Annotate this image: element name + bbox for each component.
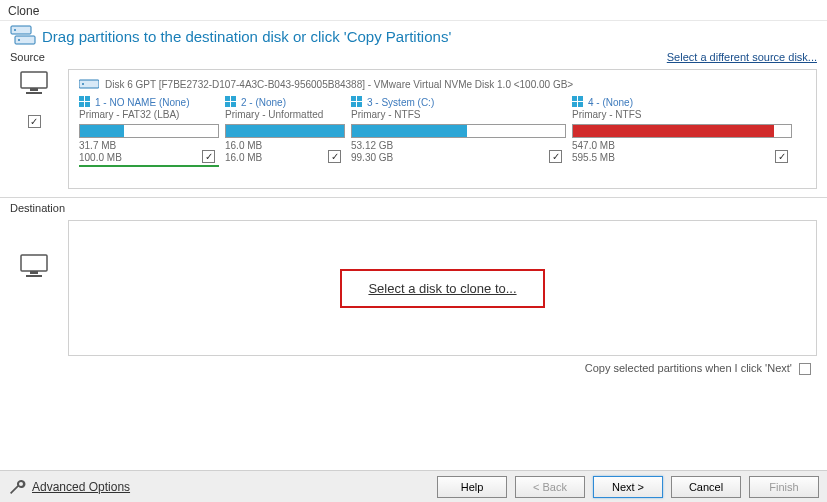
svg-rect-22 bbox=[578, 96, 583, 101]
partition-subtitle: Primary - NTFS bbox=[572, 109, 792, 120]
select-destination-link[interactable]: Select a disk to clone to... bbox=[368, 281, 516, 296]
advanced-options-link[interactable]: Advanced Options bbox=[32, 480, 130, 494]
svg-rect-5 bbox=[30, 88, 38, 91]
select-destination-cta-box: Select a disk to clone to... bbox=[340, 269, 544, 308]
partition-checkbox[interactable] bbox=[202, 150, 215, 163]
svg-rect-9 bbox=[79, 96, 84, 101]
partition-subtitle: Primary - FAT32 (LBA) bbox=[79, 109, 219, 120]
copy-on-next-row: Copy selected partitions when I click 'N… bbox=[0, 356, 827, 379]
source-select-checkbox[interactable] bbox=[28, 115, 41, 128]
finish-button[interactable]: Finish bbox=[749, 476, 819, 498]
svg-rect-27 bbox=[26, 275, 42, 277]
monitor-icon bbox=[20, 71, 48, 95]
svg-rect-25 bbox=[21, 255, 47, 271]
windows-icon bbox=[79, 96, 91, 108]
partition-usage-bar bbox=[225, 124, 345, 138]
monitor-icon-dest bbox=[20, 254, 48, 278]
footer-bar: Advanced Options Help < Back Next > Canc… bbox=[0, 470, 827, 502]
back-button[interactable]: < Back bbox=[515, 476, 585, 498]
source-label: Source bbox=[10, 51, 45, 63]
partition-header: 2 - (None) bbox=[225, 96, 345, 108]
svg-point-3 bbox=[18, 39, 20, 41]
svg-rect-18 bbox=[357, 96, 362, 101]
windows-icon bbox=[572, 96, 584, 108]
instruction-row: Drag partitions to the destination disk … bbox=[0, 21, 827, 49]
partition-sizes: 547.0 MB595.5 MB bbox=[572, 140, 792, 163]
partition-checkbox[interactable] bbox=[328, 150, 341, 163]
wrench-icon bbox=[8, 478, 26, 496]
svg-rect-14 bbox=[231, 96, 236, 101]
destination-section-header: Destination bbox=[0, 200, 827, 216]
partitions-row: 1 - NO NAME (None)Primary - FAT32 (LBA)3… bbox=[79, 96, 806, 167]
partition-checkbox[interactable] bbox=[775, 150, 788, 163]
partition-usage-bar bbox=[79, 124, 219, 138]
destination-panel: Select a disk to clone to... bbox=[68, 220, 817, 356]
divider bbox=[0, 197, 827, 198]
partition-usage-bar bbox=[572, 124, 792, 138]
svg-rect-6 bbox=[26, 92, 42, 94]
help-button[interactable]: Help bbox=[437, 476, 507, 498]
instruction-text: Drag partitions to the destination disk … bbox=[42, 28, 451, 45]
svg-rect-20 bbox=[357, 102, 362, 107]
svg-rect-19 bbox=[351, 102, 356, 107]
source-disk-header: Disk 6 GPT [F7BE2732-D107-4A3C-B043-9560… bbox=[79, 78, 806, 90]
destination-label: Destination bbox=[10, 202, 65, 214]
partition-subtitle: Primary - Unformatted bbox=[225, 109, 345, 120]
svg-rect-4 bbox=[21, 72, 47, 88]
source-disk-text: Disk 6 GPT [F7BE2732-D107-4A3C-B043-9560… bbox=[105, 79, 573, 90]
windows-icon bbox=[225, 96, 237, 108]
windows-icon bbox=[351, 96, 363, 108]
svg-rect-26 bbox=[30, 271, 38, 274]
partition-2[interactable]: 2 - (None)Primary - Unformatted16.0 MB16… bbox=[225, 96, 345, 167]
svg-rect-12 bbox=[85, 102, 90, 107]
svg-point-2 bbox=[14, 29, 16, 31]
svg-rect-11 bbox=[79, 102, 84, 107]
window-title: Clone bbox=[0, 0, 827, 21]
svg-rect-10 bbox=[85, 96, 90, 101]
partition-1[interactable]: 1 - NO NAME (None)Primary - FAT32 (LBA)3… bbox=[79, 96, 219, 167]
partition-subtitle: Primary - NTFS bbox=[351, 109, 566, 120]
cancel-button[interactable]: Cancel bbox=[671, 476, 741, 498]
drive-icon bbox=[10, 25, 36, 47]
partition-title: 2 - (None) bbox=[241, 97, 286, 108]
svg-rect-24 bbox=[578, 102, 583, 107]
copy-on-next-checkbox[interactable] bbox=[799, 363, 811, 375]
source-section-header: Source Select a different source disk... bbox=[0, 49, 827, 65]
select-different-source-link[interactable]: Select a different source disk... bbox=[667, 51, 817, 63]
copy-on-next-label: Copy selected partitions when I click 'N… bbox=[585, 362, 792, 374]
svg-rect-16 bbox=[231, 102, 236, 107]
partition-sizes: 16.0 MB16.0 MB bbox=[225, 140, 345, 163]
partition-4[interactable]: 4 - (None)Primary - NTFS547.0 MB595.5 MB bbox=[572, 96, 792, 167]
source-disk-panel: Disk 6 GPT [F7BE2732-D107-4A3C-B043-9560… bbox=[68, 69, 817, 189]
svg-rect-17 bbox=[351, 96, 356, 101]
svg-rect-21 bbox=[572, 96, 577, 101]
next-button[interactable]: Next > bbox=[593, 476, 663, 498]
partition-title: 3 - System (C:) bbox=[367, 97, 434, 108]
partition-usage-bar bbox=[351, 124, 566, 138]
partition-checkbox[interactable] bbox=[549, 150, 562, 163]
partition-header: 4 - (None) bbox=[572, 96, 792, 108]
partition-header: 1 - NO NAME (None) bbox=[79, 96, 219, 108]
svg-point-8 bbox=[82, 83, 84, 85]
partition-header: 3 - System (C:) bbox=[351, 96, 566, 108]
partition-title: 1 - NO NAME (None) bbox=[95, 97, 189, 108]
disk-icon bbox=[79, 78, 99, 90]
partition-sizes: 31.7 MB100.0 MB bbox=[79, 140, 219, 163]
partition-title: 4 - (None) bbox=[588, 97, 633, 108]
svg-rect-13 bbox=[225, 96, 230, 101]
partition-sizes: 53.12 GB99.30 GB bbox=[351, 140, 566, 163]
svg-rect-15 bbox=[225, 102, 230, 107]
partition-3[interactable]: 3 - System (C:)Primary - NTFS53.12 GB99.… bbox=[351, 96, 566, 167]
svg-rect-23 bbox=[572, 102, 577, 107]
